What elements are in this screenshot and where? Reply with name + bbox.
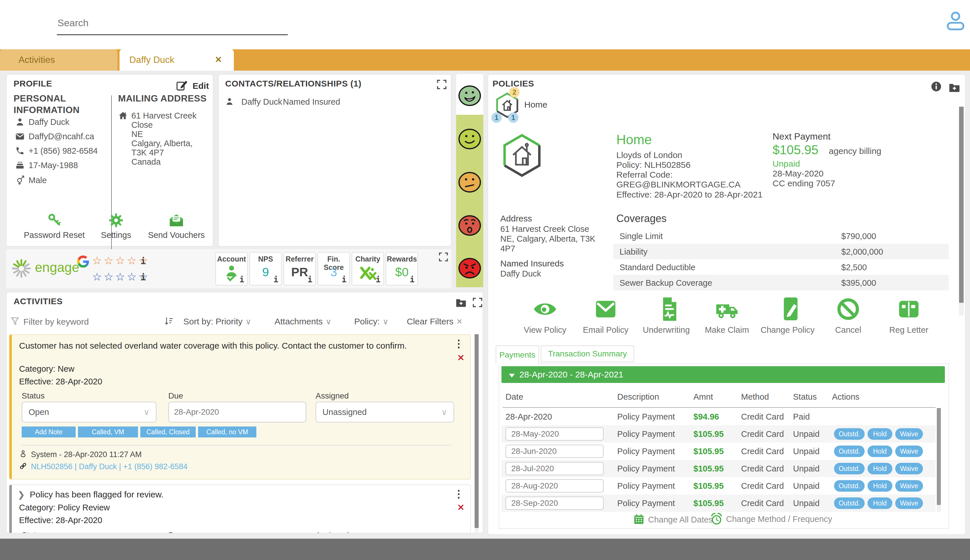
sort-icon[interactable] — [164, 316, 175, 327]
mood-neutral-icon[interactable] — [458, 170, 482, 194]
activity-close-icon[interactable]: ✕ — [457, 502, 465, 512]
internal-rating-info-icon[interactable]: i — [140, 272, 146, 282]
email-policy-button[interactable]: Email Policy — [577, 297, 634, 335]
gear-icon[interactable] — [108, 213, 124, 228]
send-vouchers-button[interactable]: Send Vouchers — [142, 230, 211, 240]
payment-date-input[interactable] — [505, 479, 604, 493]
score-fin-info-icon[interactable]: i — [341, 275, 346, 284]
outstd-button[interactable]: Outstd. — [834, 463, 865, 474]
hold-button[interactable]: Hold — [868, 463, 892, 474]
activities-expand-icon[interactable] — [472, 297, 483, 308]
policy-selector-home[interactable]: 2 1 1 Home — [491, 87, 555, 127]
edit-icon[interactable] — [176, 79, 188, 92]
outstd-button[interactable]: Outstd. — [834, 480, 865, 492]
outstd-button[interactable]: Outstd. — [834, 497, 865, 509]
address-line-1: 61 Harvest Creek Close — [131, 111, 209, 130]
mood-happy-icon[interactable] — [458, 127, 482, 151]
view-policy-button[interactable]: View Policy — [516, 297, 574, 335]
called-vm-button[interactable]: Called, VM — [78, 427, 138, 437]
mood-angry-icon[interactable] — [458, 256, 482, 280]
key-icon[interactable] — [47, 213, 62, 228]
password-reset-button[interactable]: Password Reset — [20, 230, 89, 240]
add-note-button[interactable]: Add Note — [22, 427, 75, 437]
contact-row[interactable]: Daffy Duck Named Insured — [225, 96, 445, 109]
waive-button[interactable]: Waive — [895, 480, 923, 492]
add-policy-folder-icon[interactable] — [948, 82, 961, 93]
activity-close-icon[interactable]: ✕ — [457, 353, 465, 363]
hold-button[interactable]: Hold — [868, 428, 892, 440]
tab-transaction-summary[interactable]: Transaction Summary — [541, 345, 634, 362]
mood-worried-icon[interactable] — [458, 213, 482, 238]
contact-person-icon — [225, 97, 234, 106]
status-select[interactable]: Open ∨ — [22, 402, 156, 422]
policies-scrollbar[interactable] — [959, 107, 964, 315]
search-input[interactable] — [57, 12, 288, 35]
google-icon — [77, 255, 89, 268]
make-claim-button[interactable]: Make Claim — [698, 297, 756, 335]
payments-scrollbar[interactable] — [937, 408, 941, 512]
sort-by-menu[interactable]: Sort by: Priority ∨ — [183, 317, 251, 327]
attachments-menu[interactable]: Attachments ∨ — [274, 317, 331, 327]
assigned-select[interactable]: Unassigned ∨ — [316, 402, 454, 422]
coverage-row: Liability $2,000,000 — [613, 244, 948, 259]
hold-button[interactable]: Hold — [868, 480, 892, 492]
payment-date-input[interactable] — [505, 427, 604, 441]
waive-button[interactable]: Waive — [895, 497, 923, 509]
mood-very-happy-icon[interactable] — [458, 83, 482, 108]
score-rewards-info-icon[interactable]: i — [410, 275, 415, 284]
payment-date-input[interactable] — [505, 445, 604, 458]
change-all-dates-label: Change All Dates — [648, 515, 713, 525]
calendar-icon — [633, 513, 645, 525]
due-date-input[interactable] — [168, 402, 306, 422]
activity-kebab-icon[interactable]: ⋮ — [453, 339, 464, 348]
attachments-chevron-icon: ∨ — [326, 317, 332, 327]
hold-button[interactable]: Hold — [868, 445, 892, 457]
outstd-button[interactable]: Outstd. — [834, 428, 865, 440]
add-activity-folder-icon[interactable] — [455, 297, 467, 308]
payment-period-bar[interactable]: 28-Apr-2020 - 28-Apr-2021 — [502, 366, 945, 383]
scores-expand-icon[interactable] — [438, 252, 448, 262]
waive-button[interactable]: Waive — [895, 428, 923, 440]
tab-payments[interactable]: Payments — [496, 345, 539, 364]
score-charity-info-icon[interactable]: i — [376, 275, 380, 284]
hold-button[interactable]: Hold — [868, 497, 892, 509]
tab-activities[interactable]: Activities — [0, 49, 117, 71]
change-policy-button[interactable]: Change Policy — [759, 297, 816, 335]
payment-method: Credit Card — [741, 429, 784, 439]
google-rating-info-icon[interactable]: i — [140, 256, 146, 266]
voucher-icon[interactable] — [169, 213, 184, 228]
payment-date-input[interactable] — [505, 497, 604, 510]
score-account-info-icon[interactable]: i — [239, 275, 244, 284]
reg-letter-button[interactable]: Reg Letter — [880, 297, 938, 335]
user-account-icon[interactable] — [945, 8, 967, 33]
called-no-vm-button[interactable]: Called, no VM — [198, 427, 256, 437]
called-closed-button[interactable]: Called, Closed — [140, 427, 196, 437]
policy-selector-label: Home — [524, 100, 547, 110]
underwriting-button[interactable]: Underwriting — [637, 297, 695, 335]
activities-scrollbar[interactable] — [475, 334, 479, 533]
edit-button[interactable]: Edit — [192, 81, 209, 91]
settings-button[interactable]: Settings — [87, 230, 145, 240]
policies-info-icon[interactable] — [931, 81, 942, 92]
score-nps-info-icon[interactable]: i — [273, 275, 278, 284]
activity-links[interactable]: NLH502856 | Daffy Duck | +1 (856) 982-65… — [31, 462, 188, 471]
outstd-button[interactable]: Outstd. — [834, 445, 865, 457]
score-box-rewards: Rewards $0 i — [386, 252, 418, 285]
activity-kebab-icon[interactable]: ⋮ — [453, 490, 464, 498]
clear-filters-button[interactable]: Clear Filters ✕ — [407, 317, 463, 327]
tab-client-label: Daffy Duck — [129, 55, 174, 65]
tab-client[interactable]: Daffy Duck ✕ — [119, 49, 234, 71]
activities-filter-input[interactable] — [23, 315, 138, 328]
due-label: Due — [168, 531, 183, 533]
cancel-policy-button[interactable]: Cancel — [819, 297, 877, 335]
tab-close-icon[interactable]: ✕ — [215, 55, 222, 65]
contacts-expand-icon[interactable] — [436, 79, 447, 90]
expand-card-chevron-icon[interactable]: ❯ — [18, 490, 25, 500]
waive-button[interactable]: Waive — [895, 445, 923, 457]
person-icon — [15, 117, 25, 127]
payment-date-input[interactable] — [505, 462, 604, 475]
engage-brand: engage — [35, 260, 79, 275]
policy-filter-menu[interactable]: Policy: ∨ — [354, 317, 389, 327]
waive-button[interactable]: Waive — [895, 463, 923, 474]
score-referrer-info-icon[interactable]: i — [308, 275, 313, 284]
